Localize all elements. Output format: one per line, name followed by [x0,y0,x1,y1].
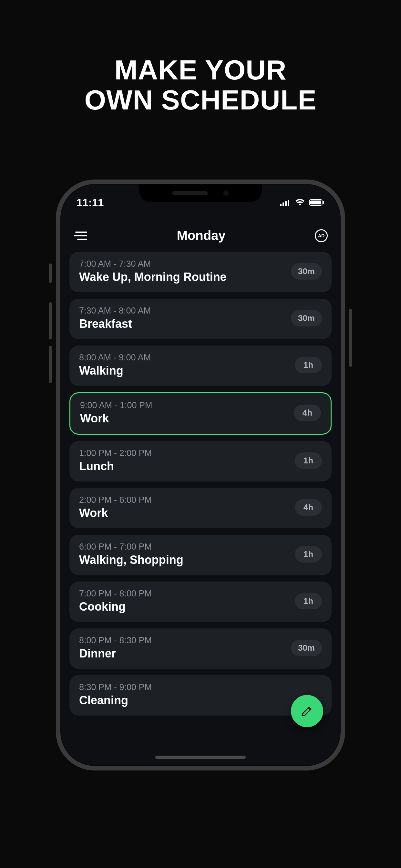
svg-rect-2 [285,201,287,206]
duration-pill: 1h [295,357,322,373]
schedule-item-title: Walking, Shopping [79,553,183,567]
schedule-item[interactable]: 8:00 AM - 9:00 AMWalking1h [69,345,332,386]
schedule-item[interactable]: 8:00 PM - 8:30 PMDinner30m [69,628,332,669]
schedule-item-time: 7:00 AM - 7:30 AM [79,259,227,269]
cellular-icon [280,197,291,209]
phone-power-button [349,309,352,367]
schedule-item-time: 7:30 AM - 8:00 AM [79,306,151,316]
schedule-item[interactable]: 1:00 PM - 2:00 PMLunch1h [69,441,332,482]
home-indicator[interactable] [155,755,246,759]
edit-fab[interactable] [291,695,323,727]
phone-silence-switch [49,264,52,283]
schedule-item-title: Cleaning [79,693,152,707]
schedule-item-text: 8:00 AM - 9:00 AMWalking [79,352,151,377]
svg-rect-3 [288,200,289,206]
duration-pill: 1h [295,453,322,469]
phone-camera [223,190,229,196]
schedule-item-title: Lunch [79,460,152,473]
schedule-item-title: Wake Up, Morning Routine [79,270,227,284]
phone-speaker [172,191,208,195]
schedule-item-title: Work [80,412,152,425]
status-time: 11:11 [76,197,104,209]
ad-button[interactable]: AD [315,229,328,242]
schedule-item-title: Cooking [79,600,152,614]
phone-volume-down [49,346,52,383]
pencil-icon [300,704,314,718]
schedule-item[interactable]: 7:00 PM - 8:00 PMCooking1h [69,582,332,622]
duration-pill: 30m [291,310,322,327]
duration-pill: 30m [291,263,322,280]
schedule-item[interactable]: 7:30 AM - 8:00 AMBreakfast30m [69,299,332,339]
app-header: Monday AD [60,223,341,249]
duration-pill: 30m [291,640,322,656]
headline-line-2: OWN SCHEDULE [84,85,316,115]
status-indicators [280,197,325,209]
schedule-item-text: 7:00 AM - 7:30 AMWake Up, Morning Routin… [79,259,227,284]
schedule-item-time: 9:00 AM - 1:00 PM [80,400,152,410]
duration-pill: 1h [295,546,322,562]
phone-mockup: 11:11 [56,180,345,771]
svg-rect-6 [323,201,324,204]
schedule-item-time: 8:00 PM - 8:30 PM [79,636,152,646]
schedule-item-title: Breakfast [79,317,151,331]
schedule-item-text: 9:00 AM - 1:00 PMWork [80,400,152,425]
duration-pill: 4h [295,499,322,516]
schedule-item-time: 7:00 PM - 8:00 PM [79,589,152,599]
schedule-item-text: 2:00 PM - 6:00 PMWork [79,495,152,520]
battery-icon [309,197,325,209]
phone-volume-up [49,302,52,339]
svg-rect-5 [310,200,321,205]
duration-pill: 1h [295,593,322,609]
menu-button[interactable] [73,228,88,243]
schedule-item-text: 7:00 PM - 8:00 PMCooking [79,589,152,614]
ad-label: AD [318,233,325,238]
schedule-item-text: 8:00 PM - 8:30 PMDinner [79,636,152,660]
schedule-item-title: Work [79,506,152,520]
schedule-item-time: 6:00 PM - 7:00 PM [79,542,183,552]
schedule-item[interactable]: 6:00 PM - 7:00 PMWalking, Shopping1h [69,535,332,575]
schedule-item-time: 8:00 AM - 9:00 AM [79,352,151,363]
schedule-item-time: 2:00 PM - 6:00 PM [79,495,152,505]
schedule-list[interactable]: 7:00 AM - 7:30 AMWake Up, Morning Routin… [69,252,332,747]
duration-pill: 4h [294,405,321,421]
schedule-item[interactable]: 9:00 AM - 1:00 PMWork4h [69,392,332,435]
menu-icon [74,231,87,241]
schedule-item-time: 8:30 PM - 9:00 PM [79,682,152,692]
svg-rect-0 [280,204,281,206]
day-title: Monday [177,228,225,243]
schedule-item[interactable]: 2:00 PM - 6:00 PMWork4h [69,488,332,528]
phone-notch [139,184,262,202]
schedule-item-text: 1:00 PM - 2:00 PMLunch [79,448,152,473]
wifi-icon [295,197,305,209]
svg-rect-1 [282,203,284,206]
schedule-item-text: 7:30 AM - 8:00 AMBreakfast [79,306,151,331]
schedule-item-title: Walking [79,364,151,377]
headline-line-1: MAKE YOUR [84,55,316,85]
schedule-item[interactable]: 7:00 AM - 7:30 AMWake Up, Morning Routin… [69,252,332,292]
schedule-item-text: 8:30 PM - 9:00 PMCleaning [79,682,152,707]
schedule-item-title: Dinner [79,647,152,660]
schedule-item-time: 1:00 PM - 2:00 PM [79,448,152,458]
schedule-item-text: 6:00 PM - 7:00 PMWalking, Shopping [79,542,183,567]
marketing-headline: MAKE YOUR OWN SCHEDULE [84,55,316,115]
